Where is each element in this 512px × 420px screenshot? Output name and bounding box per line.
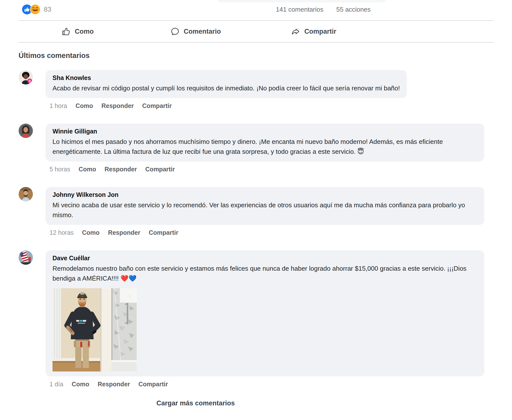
comment-text: Lo hicimos el mes pasado y nos ahorramos… <box>52 137 477 157</box>
avatar-image <box>19 187 33 201</box>
reaction-badges[interactable] <box>22 4 40 15</box>
comment-bubble: Winnie Gilligan Lo hicimos el mes pasado… <box>46 124 484 161</box>
comment-text: Acabo de revisar mi código postal y cump… <box>52 83 400 93</box>
comment-photo[interactable] <box>52 288 137 371</box>
comment-meta: 5 horas Como Responder Compartir <box>50 165 493 173</box>
comment-bubble: Johnny Wilkerson Jon Mi vecino acaba de … <box>46 187 484 225</box>
avatar-image <box>19 70 33 84</box>
comment-bubble-icon <box>170 27 180 36</box>
comment-body: Winnie Gilligan Lo hicimos el mes pasado… <box>46 124 493 173</box>
share-arrow-icon <box>291 27 300 36</box>
avatar[interactable] <box>19 70 33 84</box>
divider <box>19 42 493 43</box>
comment-row: Dave Cuéllar Remodelamos nuestro baño co… <box>19 250 493 388</box>
comment-text: Remodelamos nuestro baño con este servic… <box>52 263 477 283</box>
comment-share-link[interactable]: Compartir <box>149 229 178 236</box>
load-more-comments-link[interactable]: Cargar más comentarios <box>19 399 373 407</box>
share-button[interactable]: Compartir <box>255 27 373 36</box>
like-button[interactable]: Como <box>19 27 137 36</box>
comment-like-link[interactable]: Como <box>78 165 96 173</box>
comment-timestamp: 1 hora <box>50 102 67 110</box>
comment-timestamp: 12 horas <box>50 229 74 236</box>
share-button-label: Compartir <box>304 28 336 35</box>
comment-timestamp: 1 día <box>50 380 63 388</box>
comments-heading: Últimos comentarios <box>19 52 512 60</box>
haha-reaction-icon <box>30 4 40 15</box>
comment-share-link[interactable]: Compartir <box>142 102 172 110</box>
comment-reply-link[interactable]: Responder <box>104 165 137 173</box>
comment-author[interactable]: Dave Cuéllar <box>52 254 477 262</box>
comment-row: Winnie Gilligan Lo hicimos el mes pasado… <box>19 124 493 173</box>
comment-timestamp: 5 horas <box>50 165 70 173</box>
comment-like-link[interactable]: Como <box>82 229 100 236</box>
avatar[interactable] <box>19 250 33 265</box>
comment-like-link[interactable]: Como <box>72 380 89 388</box>
comment-reply-link[interactable]: Responder <box>98 380 130 388</box>
avatar-image <box>19 250 33 265</box>
comment-bubble: Sha Knowles Acabo de revisar mi código p… <box>46 70 407 98</box>
thumbs-up-icon <box>61 27 71 36</box>
shares-count[interactable]: 55 acciones <box>336 6 371 13</box>
comment-reply-link[interactable]: Responder <box>102 102 134 110</box>
comment-text: Mi vecino acaba de usar este servicio y … <box>52 200 477 220</box>
comment-row: Johnny Wilkerson Jon Mi vecino acaba de … <box>19 187 493 236</box>
comment-author[interactable]: Winnie Gilligan <box>52 128 477 135</box>
comment-body: Dave Cuéllar Remodelamos nuestro baño co… <box>46 250 493 388</box>
facebook-comments-panel: 83 141 comentarios 55 acciones Como Come… <box>0 0 512 420</box>
comment-reply-link[interactable]: Responder <box>108 229 140 236</box>
comment-body: Sha Knowles Acabo de revisar mi código p… <box>46 70 493 110</box>
comment-author[interactable]: Johnny Wilkerson Jon <box>52 191 477 199</box>
comment-author[interactable]: Sha Knowles <box>52 74 400 82</box>
avatar-image <box>19 124 33 138</box>
comment-body: Johnny Wilkerson Jon Mi vecino acaba de … <box>46 187 493 236</box>
post-action-bar: Como Comentario Compartir <box>19 21 373 42</box>
comment-meta: 1 hora Como Responder Compartir <box>50 102 493 110</box>
comments-count[interactable]: 141 comentarios <box>276 6 323 13</box>
comments-list: Sha Knowles Acabo de revisar mi código p… <box>19 70 493 388</box>
like-button-label: Como <box>75 28 94 35</box>
comment-bubble: Dave Cuéllar Remodelamos nuestro baño co… <box>46 250 484 376</box>
comment-row: Sha Knowles Acabo de revisar mi código p… <box>19 70 493 110</box>
comment-share-link[interactable]: Compartir <box>138 380 168 388</box>
avatar[interactable] <box>19 187 33 201</box>
comment-button-label: Comentario <box>184 28 221 35</box>
comment-meta: 12 horas Como Responder Compartir <box>50 229 493 236</box>
reaction-count[interactable]: 83 <box>44 6 51 13</box>
summary-counts: 141 comentarios 55 acciones <box>276 6 371 13</box>
media-above-remnant <box>217 0 386 2</box>
bathroom-remodel-photo <box>52 288 137 371</box>
comment-button[interactable]: Comentario <box>137 27 255 36</box>
avatar[interactable] <box>19 124 33 138</box>
comment-share-link[interactable]: Compartir <box>145 165 175 173</box>
comment-like-link[interactable]: Como <box>76 102 93 110</box>
comment-meta: 1 día Como Responder Compartir <box>50 380 493 388</box>
